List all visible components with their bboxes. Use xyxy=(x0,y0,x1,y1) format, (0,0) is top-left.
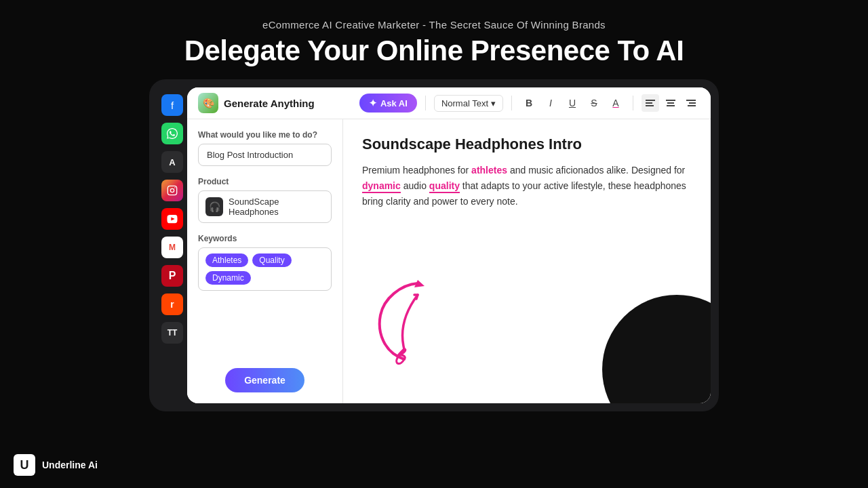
text-style-dropdown[interactable]: Normal Text ▾ xyxy=(434,95,503,112)
align-left-button[interactable] xyxy=(642,94,659,112)
brand-logo: 🎨 Generate Anything xyxy=(198,93,315,113)
align-center-icon xyxy=(665,98,676,108)
italic-icon: I xyxy=(549,98,552,108)
left-panel: What would you like me to do? Product 🎧 … xyxy=(187,119,343,403)
task-label: What would you like me to do? xyxy=(198,130,332,140)
format-buttons: B I U S A xyxy=(520,94,625,112)
product-avatar: 🎧 xyxy=(205,197,223,216)
svg-rect-9 xyxy=(686,100,696,101)
keyword-athletes[interactable]: Athletes xyxy=(205,253,248,267)
task-input[interactable] xyxy=(198,144,332,166)
keyword-quality[interactable]: Quality xyxy=(252,253,291,267)
strikethrough-icon: S xyxy=(591,98,597,108)
svg-rect-5 xyxy=(646,105,654,106)
svg-point-2 xyxy=(174,187,176,188)
hero-subtitle: eCommerce AI Creative Marketer - The Sec… xyxy=(184,19,684,30)
curl-arrow-svg xyxy=(363,278,458,366)
keywords-label: Keywords xyxy=(198,234,332,243)
text-style-label: Normal Text xyxy=(441,98,488,108)
bold-icon: B xyxy=(526,98,532,108)
svg-point-1 xyxy=(170,188,174,192)
sparkle-icon: ✦ xyxy=(369,98,377,108)
product-name: SoundScape Headphones xyxy=(229,197,324,217)
sidebar-icon-tiktok[interactable]: TT xyxy=(161,322,183,344)
italic-button[interactable]: I xyxy=(542,94,559,112)
underline-icon: U xyxy=(569,98,576,108)
ask-ai-button[interactable]: ✦ Ask AI xyxy=(359,94,417,113)
svg-rect-7 xyxy=(667,102,674,104)
product-item[interactable]: 🎧 SoundScape Headphones xyxy=(198,190,332,223)
brand-icon: 🎨 xyxy=(198,93,218,113)
underline-brand-name: Underline Ai xyxy=(42,460,98,470)
bold-button[interactable]: B xyxy=(520,94,538,112)
underline-button[interactable]: U xyxy=(564,94,581,112)
sidebar-icon-facebook[interactable]: f xyxy=(161,94,183,116)
bottom-branding: U Underline Ai xyxy=(14,454,98,476)
product-label: Product xyxy=(198,177,332,186)
text-color-icon: A xyxy=(612,98,618,108)
align-buttons xyxy=(642,94,700,112)
editor-panel: Soundscape Headphones Intro Premium head… xyxy=(343,119,711,403)
app-content: 🎨 Generate Anything ✦ Ask AI Normal Text… xyxy=(187,87,711,403)
align-right-button[interactable] xyxy=(682,94,700,112)
hero-title: Delegate Your Online Presenece To AI xyxy=(184,35,684,67)
underline-logo: U xyxy=(14,454,35,476)
generate-button[interactable]: Generate xyxy=(225,368,304,392)
sidebar-icon-instagram[interactable] xyxy=(161,180,183,201)
sidebar-icon-gmail[interactable]: M xyxy=(161,237,183,258)
align-left-icon xyxy=(645,98,656,108)
svg-rect-8 xyxy=(667,105,675,106)
highlight-quality: quality xyxy=(429,180,460,193)
svg-rect-6 xyxy=(666,100,675,101)
svg-rect-10 xyxy=(689,102,696,104)
brand-name: Generate Anything xyxy=(224,98,315,109)
toolbar-separator-2 xyxy=(511,96,512,110)
align-right-icon xyxy=(686,98,696,108)
decorative-circle xyxy=(602,295,711,403)
svg-rect-3 xyxy=(646,100,655,101)
svg-rect-0 xyxy=(167,186,176,195)
align-center-button[interactable] xyxy=(662,94,679,112)
toolbar-separator xyxy=(425,96,426,110)
hero-section: eCommerce AI Creative Marketer - The Sec… xyxy=(184,0,684,79)
sidebar-icon-alpha[interactable]: A xyxy=(161,151,183,173)
tablet-frame: f A M P r TT 🎨 Generate Anything ✦ Ask A… xyxy=(149,79,719,411)
ask-ai-label: Ask AI xyxy=(380,98,408,108)
highlight-athletes: athletes xyxy=(471,165,507,176)
chevron-down-icon: ▾ xyxy=(491,98,496,108)
strikethrough-button[interactable]: S xyxy=(585,94,603,112)
keywords-section: Keywords Athletes Quality Dynamic xyxy=(198,234,332,291)
editor-title: Soundscape Headphones Intro xyxy=(362,136,692,153)
sidebar-icon-whatsapp[interactable] xyxy=(161,123,183,144)
toolbar-separator-3 xyxy=(633,96,633,110)
main-content-area: What would you like me to do? Product 🎧 … xyxy=(187,119,711,403)
sidebar-icon-reddit[interactable]: r xyxy=(161,293,183,315)
highlight-dynamic: dynamic xyxy=(362,180,401,193)
task-section: What would you like me to do? xyxy=(198,130,332,166)
keywords-container: Athletes Quality Dynamic xyxy=(198,247,332,291)
app-toolbar: 🎨 Generate Anything ✦ Ask AI Normal Text… xyxy=(187,87,711,119)
keyword-dynamic[interactable]: Dynamic xyxy=(205,271,251,285)
sidebar-icon-youtube[interactable] xyxy=(161,208,183,230)
sidebar-icon-pinterest[interactable]: P xyxy=(161,265,183,287)
svg-rect-4 xyxy=(646,102,652,104)
text-color-button[interactable]: A xyxy=(607,94,625,112)
editor-body[interactable]: Premium headphones for athletes and musi… xyxy=(362,163,692,209)
app-sidebar: f A M P r TT xyxy=(157,87,187,403)
svg-rect-11 xyxy=(688,105,696,106)
product-section: Product 🎧 SoundScape Headphones xyxy=(198,177,332,223)
